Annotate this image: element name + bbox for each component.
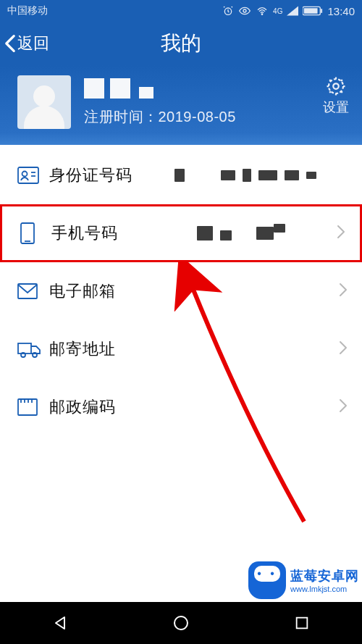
svg-rect-12 <box>21 223 34 243</box>
gear-icon <box>325 75 347 97</box>
signal-icon <box>287 6 298 16</box>
status-bar: 中国移动 4G 13:40 <box>0 0 362 22</box>
svg-point-9 <box>22 172 28 177</box>
nav-home-button[interactable] <box>121 614 240 632</box>
svg-point-6 <box>333 83 339 89</box>
info-card: 身份证号码 手机号码 电子邮箱 <box>0 143 362 436</box>
settings-button[interactable]: 设置 <box>323 75 349 116</box>
status-icons: 4G 13:40 <box>222 5 355 17</box>
row-email[interactable]: 电子邮箱 <box>0 262 362 320</box>
wifi-icon <box>256 5 269 17</box>
avatar[interactable] <box>17 75 71 129</box>
header-nav: 返回 我的 <box>0 22 362 65</box>
clock-label: 13:40 <box>327 5 355 17</box>
row-label: 手机号码 <box>51 222 138 244</box>
row-label: 身份证号码 <box>49 164 136 186</box>
profile-banner: 注册时间：2019-08-05 设置 <box>0 65 362 145</box>
svg-rect-15 <box>18 343 31 354</box>
triangle-back-icon <box>51 614 69 632</box>
id-card-value <box>136 169 348 182</box>
row-phone[interactable]: 手机号码 <box>0 204 362 262</box>
row-postcode[interactable]: 邮政编码 <box>0 378 362 436</box>
circle-home-icon <box>172 614 190 632</box>
profile-name <box>84 78 236 99</box>
registration-line: 注册时间：2019-08-05 <box>84 107 236 127</box>
postcode-icon <box>17 398 38 416</box>
network-label: 4G <box>273 7 282 15</box>
svg-rect-5 <box>321 9 323 13</box>
svg-point-23 <box>174 616 188 630</box>
svg-rect-4 <box>304 8 318 13</box>
mail-icon <box>17 283 38 299</box>
row-label: 邮政编码 <box>49 396 136 418</box>
square-recent-icon <box>294 615 310 631</box>
svg-rect-8 <box>18 167 38 183</box>
profile-info: 注册时间：2019-08-05 <box>84 75 236 127</box>
watermark: 蓝莓安卓网 www.lmkjst.com <box>248 561 359 599</box>
page-title: 我的 <box>0 30 362 57</box>
svg-rect-24 <box>296 618 307 629</box>
svg-point-1 <box>243 9 246 12</box>
settings-label: 设置 <box>323 100 349 114</box>
svg-point-7 <box>329 79 343 93</box>
row-address[interactable]: 邮寄地址 <box>0 320 362 378</box>
chevron-right-icon <box>339 281 348 301</box>
back-button[interactable]: 返回 <box>0 33 49 54</box>
watermark-logo-icon <box>248 561 286 599</box>
back-label: 返回 <box>17 33 49 54</box>
carrier-label: 中国移动 <box>7 4 222 17</box>
phone-value <box>138 226 337 241</box>
row-label: 电子邮箱 <box>49 280 136 302</box>
svg-rect-14 <box>18 284 37 298</box>
id-card-icon <box>17 167 39 184</box>
chevron-right-icon <box>339 397 348 417</box>
reg-prefix: 注册时间： <box>84 109 159 125</box>
nav-recent-button[interactable] <box>242 615 361 631</box>
battery-icon <box>303 6 323 16</box>
watermark-url: www.lmkjst.com <box>290 585 359 593</box>
row-label: 邮寄地址 <box>49 338 136 360</box>
alarm-icon <box>222 5 234 17</box>
svg-point-16 <box>21 353 25 357</box>
svg-point-17 <box>33 353 37 357</box>
truck-icon <box>17 340 41 358</box>
reg-date: 2019-08-05 <box>159 109 236 125</box>
eye-icon <box>238 5 251 17</box>
chevron-left-icon <box>4 34 16 53</box>
row-id-card[interactable]: 身份证号码 <box>0 146 362 204</box>
phone-icon <box>20 222 35 244</box>
watermark-title: 蓝莓安卓网 <box>290 567 359 585</box>
chevron-right-icon <box>339 339 348 359</box>
chevron-right-icon <box>337 223 345 243</box>
android-soft-nav <box>0 602 362 644</box>
svg-point-2 <box>261 14 262 14</box>
nav-back-button[interactable] <box>1 614 120 632</box>
